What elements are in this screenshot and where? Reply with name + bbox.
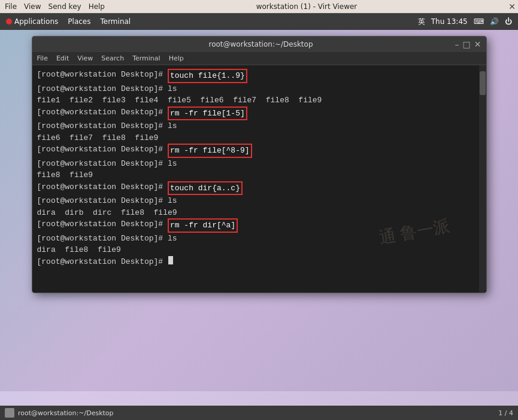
desktop: root@workstation:~/Desktop – □ ✕ File Ed… <box>0 30 518 391</box>
term-menu-help[interactable]: Help <box>169 54 184 62</box>
list-item: dira file8 file9 <box>37 244 481 256</box>
keyboard-icon: ⌨ <box>474 17 484 26</box>
applications-icon <box>6 19 12 25</box>
taskbar: root@workstation:~/Desktop 1 / 4 <box>0 406 518 420</box>
list-item: [root@workstation Desktop]# ls <box>37 158 481 170</box>
list-item: file6 file7 file8 file9 <box>37 132 481 144</box>
outer-menubar[interactable]: File View Send key Help <box>0 2 105 11</box>
menu-view[interactable]: View <box>24 2 41 11</box>
scrollbar[interactable] <box>479 65 486 293</box>
terminal-controls[interactable]: – □ ✕ <box>455 39 481 49</box>
outer-titlebar: File View Send key Help workstation (1) … <box>0 0 518 13</box>
taskbar-app-icon <box>5 408 14 418</box>
guest-topbar: Applications Places Terminal 英 Thu 13:45… <box>0 13 518 30</box>
term-menu-file[interactable]: File <box>37 54 48 62</box>
menu-sendkey[interactable]: Send key <box>49 2 81 11</box>
taskbar-label[interactable]: root@workstation:~/Desktop <box>18 409 114 417</box>
guest-topbar-right: 英 Thu 13:45 ⌨ 🔊 ⏻ <box>418 17 512 27</box>
clock: Thu 13:45 <box>431 17 468 26</box>
list-item: [root@workstation Desktop]# ls <box>37 233 481 245</box>
language-indicator: 英 <box>418 17 425 27</box>
menu-file[interactable]: File <box>5 2 17 11</box>
volume-icon: 🔊 <box>490 17 499 26</box>
guest-topbar-left: Applications Places Terminal <box>6 17 131 26</box>
term-menu-search[interactable]: Search <box>101 54 124 62</box>
list-item: [root@workstation Desktop]# rm -fr file[… <box>37 106 481 121</box>
terminal-window: root@workstation:~/Desktop – □ ✕ File Ed… <box>32 36 487 293</box>
list-item: [root@workstation Desktop]# rm -fr file[… <box>37 144 481 158</box>
list-item: [root@workstation Desktop]# touch dir{a.… <box>37 181 481 196</box>
scrollbar-thumb[interactable] <box>480 71 486 95</box>
taskbar-left: root@workstation:~/Desktop <box>5 408 114 418</box>
list-item: [root@workstation Desktop]# touch file{1… <box>37 69 481 83</box>
places-menu[interactable]: Places <box>68 17 90 26</box>
terminal-title: root@workstation:~/Desktop <box>67 40 455 48</box>
list-item: [root@workstation Desktop]# rm -fr dir[^… <box>37 218 481 233</box>
menu-help[interactable]: Help <box>89 2 105 11</box>
term-menu-edit[interactable]: Edit <box>56 54 69 62</box>
terminal-menu[interactable]: Terminal <box>100 17 131 26</box>
list-item: [root@workstation Desktop]# ls <box>37 83 481 95</box>
list-item: dira dirb dirc file8 file9 <box>37 207 481 219</box>
applications-menu[interactable]: Applications <box>6 17 58 26</box>
window-title: workstation (1) - Virt Viewer <box>105 2 508 11</box>
cursor <box>168 256 173 264</box>
list-item: file1 file2 file3 file4 file5 file6 file… <box>37 95 481 106</box>
terminal-titlebar: root@workstation:~/Desktop – □ ✕ <box>32 36 486 52</box>
terminal-close-button[interactable]: ✕ <box>474 39 481 49</box>
terminal-menubar: File Edit View Search Terminal Help <box>32 52 486 65</box>
term-menu-terminal[interactable]: Terminal <box>132 54 160 62</box>
power-icon: ⏻ <box>505 17 512 26</box>
list-item: [root@workstation Desktop]# <box>37 256 481 268</box>
list-item: file8 file9 <box>37 169 481 181</box>
close-button[interactable]: ✕ <box>508 2 518 11</box>
minimize-button[interactable]: – <box>455 39 459 49</box>
applications-label[interactable]: Applications <box>14 17 58 26</box>
list-item: [root@workstation Desktop]# ls <box>37 120 481 132</box>
term-menu-view[interactable]: View <box>77 54 93 62</box>
terminal-body[interactable]: [root@workstation Desktop]# touch file{1… <box>32 65 486 293</box>
list-item: [root@workstation Desktop]# ls <box>37 195 481 207</box>
maximize-button[interactable]: □ <box>463 39 471 49</box>
taskbar-page: 1 / 4 <box>498 409 513 417</box>
